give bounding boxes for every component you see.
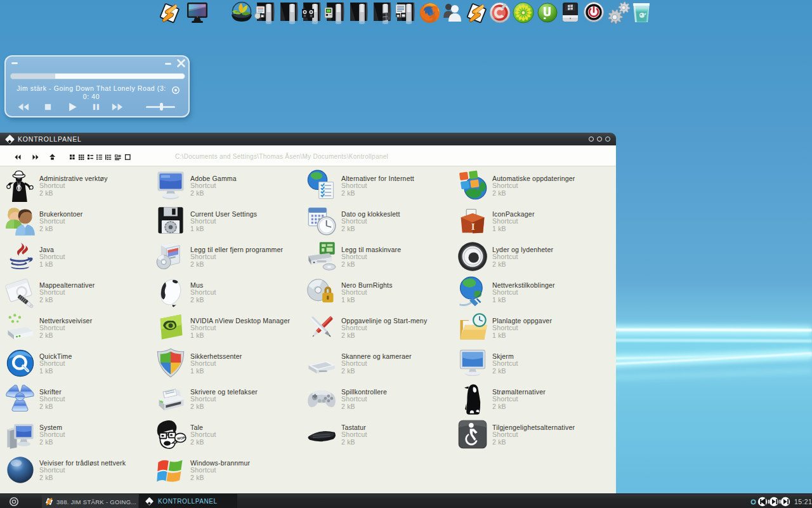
svg-text:I: I [471,221,475,232]
